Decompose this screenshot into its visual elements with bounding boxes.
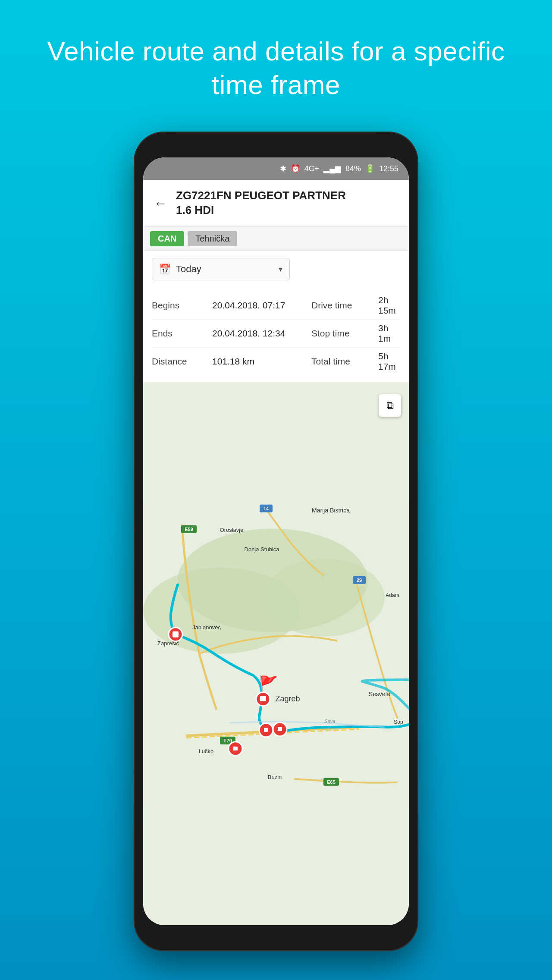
svg-text:29: 29 [357, 577, 362, 582]
bluetooth-icon: ✱ [280, 164, 286, 173]
network-type: 4G+ [304, 164, 320, 173]
signal-bars: ▂▄▆ [323, 164, 341, 173]
distance-value: 101.18 km [212, 356, 311, 367]
calendar-icon: 📅 [159, 264, 171, 275]
phone-body: ✱ ⏰ 4G+ ▂▄▆ 84% 🔋 12:55 ← ZG7221FN PEUGE… [134, 132, 418, 951]
layer-toggle-button[interactable]: ⧉ [379, 394, 401, 417]
detail-row-begins: Begins 20.04.2018. 07:17 Drive time 2h 1… [152, 292, 400, 320]
svg-text:🚩: 🚩 [259, 674, 278, 693]
vehicle-title: ZG7221FN PEUGEOT PARTNER 1.6 HDI [176, 188, 346, 218]
svg-text:Oroslavje: Oroslavje [220, 526, 244, 533]
drive-time-label: Drive time [311, 300, 378, 311]
clock: 12:55 [379, 164, 398, 173]
svg-text:E59: E59 [185, 526, 193, 531]
svg-rect-40 [234, 746, 235, 750]
ends-label: Ends [152, 328, 212, 339]
phone-screen: ✱ ⏰ 4G+ ▂▄▆ 84% 🔋 12:55 ← ZG7221FN PEUGE… [143, 157, 409, 925]
svg-rect-39 [233, 746, 238, 750]
svg-text:Buzin: Buzin [268, 773, 282, 780]
battery-icon: 🔋 [365, 164, 375, 173]
back-button[interactable]: ← [154, 196, 167, 210]
begins-label: Begins [152, 300, 212, 311]
phone-mockup: ✱ ⏰ 4G+ ▂▄▆ 84% 🔋 12:55 ← ZG7221FN PEUGE… [134, 132, 418, 951]
svg-text:Marija Bistrica: Marija Bistrica [312, 506, 350, 513]
stop-time-label: Stop time [311, 328, 378, 339]
tab-bar: CAN Tehnička [143, 227, 409, 251]
drive-time-value: 2h 15m [378, 295, 400, 316]
svg-text:Sop: Sop [394, 719, 403, 725]
svg-text:Donja Stubica: Donja Stubica [245, 546, 280, 552]
alarm-icon: ⏰ [291, 164, 300, 173]
svg-rect-37 [278, 727, 282, 731]
layer-icon: ⧉ [386, 399, 394, 411]
svg-rect-34 [264, 728, 268, 732]
battery-percent: 84% [345, 164, 361, 173]
details-table: Begins 20.04.2018. 07:17 Drive time 2h 1… [143, 287, 409, 382]
distance-label: Distance [152, 356, 212, 367]
svg-text:Sesvete: Sesvete [369, 690, 391, 697]
detail-row-distance: Distance 101.18 km Total time 5h 17m [152, 348, 400, 375]
ends-value: 20.04.2018. 12:34 [212, 328, 311, 339]
stop-time-value: 3h 1m [378, 323, 400, 344]
svg-text:Lučko: Lučko [199, 748, 214, 754]
date-value: Today [176, 264, 273, 275]
total-time-label: Total time [311, 356, 378, 367]
app-header: ← ZG7221FN PEUGEOT PARTNER 1.6 HDI [143, 180, 409, 227]
hero-title: Vehicle route and details for a specific… [0, 0, 552, 127]
svg-text:E65: E65 [327, 779, 336, 784]
svg-text:14: 14 [263, 506, 269, 511]
detail-row-ends: Ends 20.04.2018. 12:34 Stop time 3h 1m [152, 320, 400, 348]
map-area[interactable]: 14 E59 29 E70 E65 Mari [143, 382, 409, 925]
total-time-value: 5h 17m [378, 351, 400, 372]
svg-text:E70: E70 [223, 738, 232, 743]
svg-rect-27 [172, 631, 179, 637]
svg-text:Zagreb: Zagreb [275, 694, 300, 703]
map-svg: 14 E59 29 E70 E65 Mari [143, 382, 409, 925]
svg-text:Sava: Sava [324, 718, 335, 723]
svg-rect-35 [265, 728, 266, 732]
svg-rect-32 [260, 696, 266, 701]
svg-text:Jablanovec: Jablanovec [192, 624, 221, 630]
status-bar: ✱ ⏰ 4G+ ▂▄▆ 84% 🔋 12:55 [143, 157, 409, 180]
date-picker-row: 📅 Today ▾ [143, 251, 409, 287]
phone-notch [237, 137, 315, 146]
tab-can[interactable]: CAN [150, 231, 184, 246]
date-picker[interactable]: 📅 Today ▾ [152, 258, 290, 280]
tab-tehnicka[interactable]: Tehnička [188, 231, 237, 246]
svg-text:Adam: Adam [386, 592, 399, 598]
svg-point-3 [264, 559, 385, 636]
dropdown-arrow-icon: ▾ [279, 264, 282, 274]
begins-value: 20.04.2018. 07:17 [212, 300, 311, 311]
map-background: 14 E59 29 E70 E65 Mari [143, 382, 409, 925]
